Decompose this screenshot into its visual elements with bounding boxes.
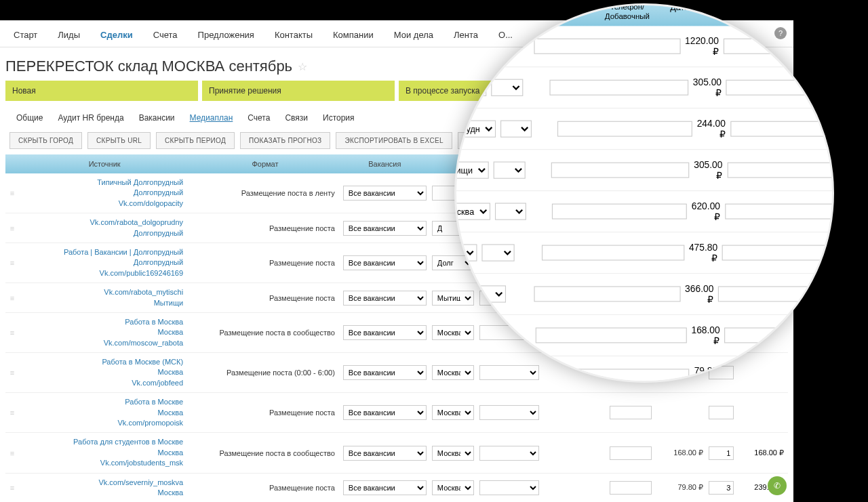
- url-select[interactable]: [479, 446, 539, 461]
- drag-handle-icon[interactable]: ≡: [5, 473, 19, 502]
- subtab-История[interactable]: История: [323, 113, 355, 123]
- help-button[interactable]: ?: [774, 27, 787, 39]
- mag-date-input[interactable]: [551, 163, 689, 178]
- url-select[interactable]: [479, 365, 539, 380]
- source-link[interactable]: Vk.com/dolgopacity: [22, 198, 183, 209]
- source-link[interactable]: Москва: [22, 448, 183, 458]
- nav-Компании[interactable]: Компании: [333, 30, 374, 40]
- source-link[interactable]: Vk.com/jobstudents_msk: [22, 458, 183, 468]
- nav-Контакты[interactable]: Контакты: [275, 30, 313, 40]
- source-link[interactable]: Типичный Долгопрудный: [22, 177, 183, 188]
- city-select[interactable]: Москва: [432, 325, 475, 340]
- nav-Старт[interactable]: Старт: [14, 30, 37, 40]
- city-select[interactable]: Мытищ: [432, 291, 475, 306]
- nav-Мои дела[interactable]: Мои дела: [394, 30, 433, 40]
- mag-url-select[interactable]: [491, 79, 523, 96]
- nav-Сделки[interactable]: Сделки: [100, 30, 133, 40]
- vacancy-select[interactable]: Все вакансии: [343, 325, 427, 340]
- source-link[interactable]: Работа | Вакансии | Долгопрудный: [22, 247, 183, 257]
- toolbar-btn[interactable]: СКРЫТЬ ГОРОД: [9, 132, 82, 149]
- subtab-Связи[interactable]: Связи: [285, 113, 308, 123]
- mag-city-select[interactable]: тищи: [454, 162, 489, 179]
- qty-input[interactable]: [709, 406, 734, 419]
- date-input[interactable]: [610, 406, 652, 419]
- url-select[interactable]: [479, 405, 539, 420]
- drag-handle-icon[interactable]: ≡: [5, 243, 19, 283]
- nav-Лента[interactable]: Лента: [454, 30, 478, 40]
- source-link[interactable]: Москва: [22, 408, 183, 418]
- source-link[interactable]: Работа для студентов в Москве: [22, 437, 183, 447]
- phone-fab-button[interactable]: ✆: [768, 476, 787, 495]
- source-link[interactable]: Работа в Москве: [22, 397, 183, 407]
- source-link[interactable]: Москва: [22, 327, 183, 337]
- stage-item[interactable]: Новая: [5, 81, 198, 101]
- mag-url-select[interactable]: [494, 162, 526, 179]
- source-link[interactable]: Долгопрудный: [22, 257, 183, 268]
- toolbar-btn[interactable]: ПОКАЗАТЬ ПРОГНОЗ: [240, 132, 330, 149]
- url-select[interactable]: [479, 480, 539, 495]
- subtab-Счета[interactable]: Счета: [248, 113, 270, 123]
- drag-handle-icon[interactable]: ≡: [5, 173, 19, 213]
- favorite-star-icon[interactable]: ☆: [298, 60, 307, 73]
- mag-qty-input[interactable]: [725, 204, 834, 219]
- drag-handle-icon[interactable]: ≡: [5, 312, 19, 352]
- nav-Счета[interactable]: Счета: [153, 30, 178, 40]
- source-link[interactable]: Vk.com/moscow_rabota: [22, 338, 183, 348]
- source-link[interactable]: Работа в Москва: [22, 317, 183, 327]
- mag-date-input[interactable]: [534, 287, 680, 302]
- mag-qty-input[interactable]: [727, 163, 834, 178]
- source-link[interactable]: Vk.com/promopoisk: [22, 418, 183, 428]
- vacancy-select[interactable]: Все вакансии: [343, 480, 427, 495]
- city-select[interactable]: Москва: [432, 480, 475, 495]
- mag-qty-input[interactable]: [726, 80, 834, 96]
- stage-item[interactable]: Принятие решения: [202, 81, 395, 101]
- mag-date-input[interactable]: [549, 80, 688, 96]
- drag-handle-icon[interactable]: ≡: [5, 283, 19, 313]
- qty-input[interactable]: [709, 481, 734, 495]
- source-link[interactable]: Мытищи: [22, 298, 183, 308]
- mag-date-input[interactable]: [552, 204, 687, 219]
- vacancy-select[interactable]: Все вакансии: [343, 446, 427, 461]
- drag-handle-icon[interactable]: ≡: [5, 353, 19, 393]
- subtab-Медиаплан[interactable]: Медиаплан: [190, 113, 233, 123]
- drag-handle-icon[interactable]: ≡: [5, 433, 19, 473]
- vacancy-select[interactable]: Все вакансии: [343, 405, 427, 420]
- subtab-Вакансии[interactable]: Вакансии: [139, 113, 175, 123]
- vacancy-select[interactable]: Все вакансии: [343, 186, 427, 201]
- nav-Предложения[interactable]: Предложения: [198, 30, 254, 40]
- date-input[interactable]: [610, 446, 652, 460]
- source-link[interactable]: Долгопрудный: [22, 188, 183, 198]
- subtab-Общие[interactable]: Общие: [16, 113, 43, 123]
- subtab-Аудит HR бренда[interactable]: Аудит HR бренда: [58, 113, 123, 123]
- date-input[interactable]: [610, 481, 652, 495]
- mag-qty-input[interactable]: [722, 245, 834, 261]
- mag-qty-input[interactable]: [730, 121, 834, 137]
- mag-qty-input[interactable]: [718, 287, 834, 302]
- drag-handle-icon[interactable]: ≡: [5, 393, 19, 433]
- vacancy-select[interactable]: Все вакансии: [343, 291, 427, 306]
- source-link[interactable]: Vk.com/rabota_mytischi: [22, 287, 183, 297]
- toolbar-btn[interactable]: СКРЫТЬ ПЕРИОД: [156, 132, 235, 149]
- city-select[interactable]: Москва: [432, 365, 475, 380]
- source-link[interactable]: Москва: [22, 488, 183, 498]
- mag-date-input[interactable]: [536, 327, 687, 343]
- source-link[interactable]: Vk.com/severniy_moskva: [22, 478, 183, 488]
- source-link[interactable]: Долгопрудный: [22, 228, 183, 238]
- mag-date-input[interactable]: [534, 39, 680, 54]
- mag-date-input[interactable]: [542, 245, 684, 261]
- city-select[interactable]: Москва: [432, 405, 475, 420]
- nav-О...[interactable]: О...: [498, 30, 513, 40]
- drag-handle-icon[interactable]: ≡: [5, 213, 19, 243]
- city-select[interactable]: Москва: [432, 446, 475, 461]
- toolbar-btn[interactable]: СКРЫТЬ URL: [87, 132, 151, 149]
- nav-Лиды[interactable]: Лиды: [58, 30, 80, 40]
- toolbar-btn[interactable]: ЭКСПОРТИРОВАТЬ В EXCEL: [336, 132, 452, 149]
- mag-date-input[interactable]: [557, 121, 692, 137]
- mag-url-select[interactable]: [481, 244, 514, 261]
- mag-city-select[interactable]: осква: [454, 203, 490, 219]
- source-link[interactable]: Москва: [22, 367, 183, 377]
- source-link[interactable]: Vk.com/jobfeed: [22, 378, 183, 388]
- mag-url-select[interactable]: [495, 203, 526, 219]
- mag-url-select[interactable]: [500, 121, 532, 138]
- vacancy-select[interactable]: Все вакансии: [343, 221, 427, 236]
